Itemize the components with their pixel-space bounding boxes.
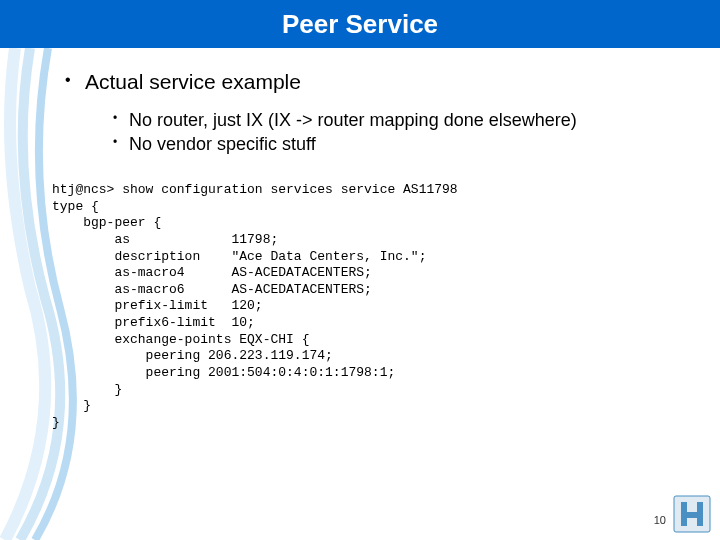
- bullet-sub2: No vendor specific stuff: [85, 132, 705, 156]
- bullet-list-level1: Actual service example No router, just I…: [65, 70, 705, 157]
- slide: Peer Service Actual service example No r…: [0, 0, 720, 540]
- svg-rect-3: [681, 512, 703, 518]
- logo-icon: [672, 494, 712, 534]
- bullet-sub2-text: No vendor specific stuff: [129, 134, 316, 154]
- bullet-main-text: Actual service example: [85, 70, 301, 93]
- bullet-sub1: No router, just IX (IX -> router mapping…: [85, 108, 705, 132]
- page-number: 10: [654, 514, 666, 526]
- slide-title: Peer Service: [282, 9, 438, 40]
- bullet-list-level2: No router, just IX (IX -> router mapping…: [85, 108, 705, 157]
- code-block: htj@ncs> show configuration services ser…: [52, 182, 458, 431]
- content-area: Actual service example No router, just I…: [65, 70, 705, 169]
- title-bar: Peer Service: [0, 0, 720, 48]
- bullet-sub1-text: No router, just IX (IX -> router mapping…: [129, 110, 577, 130]
- bullet-main: Actual service example No router, just I…: [65, 70, 705, 157]
